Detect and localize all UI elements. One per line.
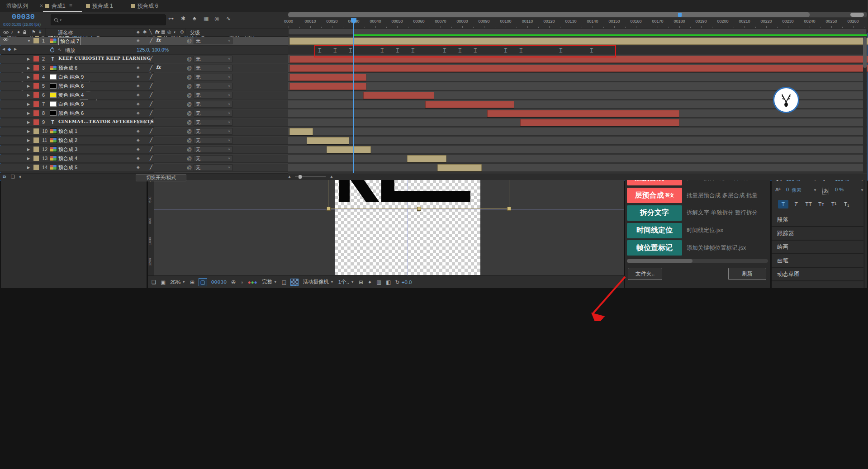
bbox-handle[interactable]	[327, 207, 331, 211]
quality-switch[interactable]: ╱	[150, 110, 152, 115]
quality-switch[interactable]: ╱	[150, 101, 152, 106]
time-ruler[interactable]: 0000000100002000030000400005000060000700…	[288, 18, 867, 28]
label-color-swatch[interactable]	[33, 92, 39, 98]
script-run-button[interactable]: 帧位置标记	[627, 240, 682, 256]
parent-dropdown[interactable]: 无˅	[194, 137, 232, 144]
next-keyframe-icon[interactable]: ▶	[14, 47, 17, 51]
shy-switch[interactable]: ♣	[137, 56, 140, 61]
collapse-switch[interactable]: ✱	[143, 56, 147, 61]
expand-icon[interactable]: ▶	[27, 93, 30, 97]
parent-pickwhip-icon[interactable]: @	[187, 74, 192, 80]
layer-row-6[interactable]: ▶6黄色 纯色 4♣╱@无˅	[0, 91, 288, 99]
shy-switch[interactable]: ♣	[137, 128, 140, 133]
camera-view-dropdown[interactable]: 活动摄像机▼	[303, 279, 333, 285]
parent-pickwhip-icon[interactable]: @	[187, 83, 192, 89]
parent-dropdown[interactable]: 无˅	[194, 128, 232, 135]
graph-editor-icon[interactable]: ∿	[226, 15, 231, 22]
parent-pickwhip-icon[interactable]: @	[187, 92, 192, 98]
label-color-swatch[interactable]	[33, 147, 39, 152]
shy-switch[interactable]: ♣	[137, 101, 140, 106]
magnification-dropdown[interactable]: 25%▼	[170, 280, 185, 285]
parent-dropdown[interactable]: 无˅	[194, 92, 232, 99]
hide-shy-layers-icon[interactable]: ♣	[193, 15, 196, 22]
section-段落[interactable]: 段落	[772, 213, 865, 227]
reset-exposure-icon[interactable]: ↻	[395, 279, 400, 285]
label-color-swatch[interactable]	[33, 128, 39, 134]
parent-dropdown[interactable]: 无˅	[194, 56, 232, 62]
shy-switch[interactable]: ♣	[137, 147, 140, 152]
layer-duration-bar[interactable]	[437, 164, 482, 171]
layer-row-11[interactable]: ▶11预合成 2♣╱@无˅	[0, 137, 288, 145]
layer-row-5[interactable]: ▶5黑色 纯色 6♣╱@无˅	[0, 82, 288, 90]
script-run-button[interactable]: 时间线定位	[627, 223, 682, 238]
faux-style-3[interactable]: Tᴛ	[816, 200, 826, 208]
expand-icon[interactable]: ▶	[27, 66, 30, 70]
script-run-button[interactable]: 层预合成英文	[627, 188, 682, 203]
shy-switch[interactable]: ♣	[137, 74, 140, 79]
section-动态草图[interactable]: 动态草图	[772, 268, 865, 281]
layer-name[interactable]: 预合成 3	[58, 146, 77, 153]
property-value[interactable]: 125.0, 100.0%	[137, 47, 169, 52]
shy-switch[interactable]: ♣	[137, 165, 140, 170]
layer-row-7[interactable]: ▶7白色 纯色 9♣╱@无˅	[0, 100, 288, 109]
layer-row-9[interactable]: ▶9TCINEMA4...TRATOR AFTEREFFECTS♣✱╱@无˅	[0, 118, 288, 127]
quality-switch[interactable]: ╱	[150, 74, 152, 79]
script-scrollbar-thumb[interactable]	[627, 259, 693, 263]
quality-switch[interactable]: ╱	[150, 92, 152, 97]
expand-icon[interactable]: ▶	[27, 111, 30, 115]
label-color-swatch[interactable]	[33, 165, 39, 170]
shy-switch[interactable]: ♣	[137, 119, 140, 124]
layer-name[interactable]: 黑色 纯色 6	[58, 110, 84, 117]
eye-icon[interactable]	[3, 38, 9, 42]
faux-style-0[interactable]: T	[778, 200, 788, 208]
flowchart-icon[interactable]: ◧	[386, 279, 391, 285]
parent-pickwhip-icon[interactable]: @	[187, 119, 192, 125]
quality-switch[interactable]: ╱	[150, 119, 152, 124]
shy-switch[interactable]: ♣	[137, 110, 140, 115]
expand-icon[interactable]: ▶	[27, 166, 30, 170]
tab-precomp1[interactable]: 预合成 1	[86, 2, 113, 10]
viewer-timecode[interactable]: 00030	[211, 279, 227, 285]
expand-icon[interactable]: ▶	[27, 75, 30, 79]
refresh-button[interactable]: 刷新	[728, 268, 766, 280]
shy-switch[interactable]: ♣	[137, 137, 140, 142]
parent-dropdown[interactable]: 无˅	[194, 164, 232, 171]
frame-blending-icon[interactable]: ▦	[204, 15, 209, 22]
shy-switch[interactable]: ♣	[137, 38, 140, 43]
layer-duration-bar[interactable]	[327, 146, 371, 153]
expand-icon[interactable]: ▶	[27, 129, 30, 133]
fx-switch[interactable]: fx	[156, 38, 161, 43]
expand-icon[interactable]: ▶	[27, 57, 30, 61]
script-row[interactable]: 层预合成英文批量层预合成 多层合成 批量	[627, 187, 768, 204]
source-name-column[interactable]: 源名称	[58, 29, 73, 36]
parent-column[interactable]: 父级	[190, 29, 200, 36]
quality-switch[interactable]: ╱	[150, 128, 152, 133]
layer-duration-bar[interactable]	[289, 83, 366, 90]
property-name[interactable]: 缩放	[65, 47, 75, 54]
playhead-line[interactable]	[353, 18, 354, 173]
label-color-swatch[interactable]	[33, 110, 39, 116]
panel-menu-icon[interactable]: ≡	[69, 3, 72, 9]
label-color-swatch[interactable]	[33, 56, 39, 62]
layer-duration-bar[interactable]	[289, 128, 313, 135]
layer-name[interactable]: 白色 纯色 9	[58, 101, 84, 108]
share-view-icon[interactable]: ⊟	[359, 279, 363, 285]
parent-pickwhip-icon[interactable]: @	[187, 137, 192, 143]
layer-name[interactable]: 预合成 5	[58, 164, 77, 171]
parent-dropdown[interactable]: 无˅	[194, 119, 232, 126]
section-跟踪器[interactable]: 跟踪器	[772, 227, 865, 241]
label-color-swatch[interactable]	[33, 65, 39, 71]
always-preview-icon[interactable]: ❏	[152, 279, 156, 285]
expand-layer-switches-icon[interactable]: ⧉	[3, 174, 6, 180]
label-color-swatch[interactable]	[33, 101, 39, 107]
label-color-swatch[interactable]	[33, 119, 39, 125]
quality-switch[interactable]: ╱	[150, 137, 152, 142]
stopwatch-icon[interactable]	[50, 47, 55, 52]
layer-duration-bar[interactable]	[289, 65, 868, 72]
region-of-interest-icon[interactable]: ◲	[282, 279, 287, 285]
parent-pickwhip-icon[interactable]: @	[187, 165, 192, 170]
script-run-button[interactable]: 拆分文字	[627, 205, 682, 221]
channels-icon[interactable]: ●●●	[248, 280, 257, 285]
quality-switch[interactable]: ╱	[150, 156, 152, 161]
motion-blur-icon[interactable]: ◎	[214, 15, 219, 22]
